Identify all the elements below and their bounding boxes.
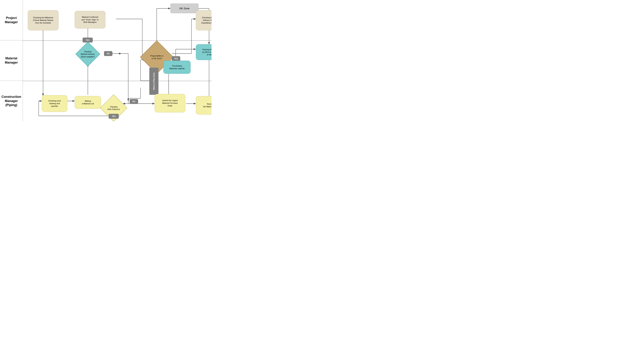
node-making-list: Making a Material List [75,96,101,109]
role-construction-manager: Construction Manager (Piping) [0,81,23,121]
flow-area: Checking the Milestone (Check Material S… [23,0,212,121]
checking-inventory-text: Checking Material Inventory (Stock avail… [80,50,95,59]
project-buffer-text: Project Buffer is in OK Zone? [150,54,164,60]
node-ok-zone: OK Zone [170,4,199,13]
node-purchasing-materials: Purchasing Materials urgently [163,60,191,74]
node-no-1: NO [104,51,113,56]
node-watch-plan: Watch & Plan Zone [149,68,159,95]
role-project-label: Project Manager [5,16,18,24]
role-material-manager: Material Manager [0,40,23,81]
role-project-manager: Project Manager [0,0,23,40]
divider-1 [23,40,212,41]
node-submit-urgent: Submit the Urgent Material Purchase Orde… [155,94,185,112]
divider-2 [23,81,212,81]
node-no-2: NO [130,99,138,104]
node-receiving-material: Receiving the Material at Site [196,96,212,114]
changing-work-text: Changing Work Sequence [107,105,121,111]
node-checking-inventory-diamond: Checking Material Inventory (Stock avail… [75,42,100,66]
role-material-label: Material Manager [5,56,18,64]
node-checking-milestone: Checking the Milestone (Check Material S… [28,10,59,30]
diagram-container: Project Manager Material Manager Constru… [0,0,212,121]
node-material-confirmed: Material Confirmed and "Green Sign" to B… [75,11,105,28]
node-yes-2: YES [172,56,180,61]
role-construction-label: Construction Manager (Piping) [2,95,21,107]
node-packing-material: Packing the Material by PKG & Delivering… [196,44,212,60]
node-yes-3: YES [109,114,119,119]
node-checking-delivery: Checking the Material Delivery Status an… [196,10,212,30]
node-checking-work: Checking work drawing and quantity [42,95,67,112]
watch-plan-text: Watch & Plan Zone [153,72,155,90]
